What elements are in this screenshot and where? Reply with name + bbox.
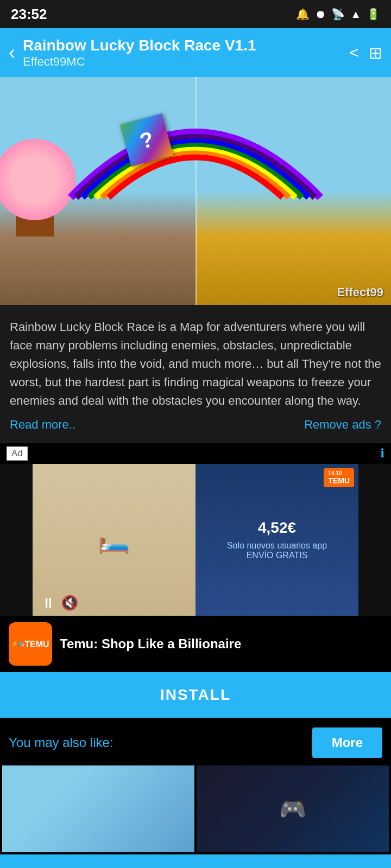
ad-shipping: Solo nuevos usuarios appENVÍO GRATIS	[227, 541, 327, 560]
temu-logo: ⚡🛍️ TEMU	[9, 622, 52, 666]
status-bar: 23:52 🔔 ⏺ 📡 ▲ 🔋	[0, 0, 391, 28]
remove-ads-link[interactable]: Remove ads ?	[304, 418, 381, 432]
bottom-install-bar: INSTALL	[0, 854, 391, 868]
notification-icon: 🔔	[296, 8, 310, 21]
description-block: Rainbow Lucky Block Race is a Map for ad…	[0, 305, 391, 443]
more-button[interactable]: More	[312, 727, 382, 758]
ad-badge-row: Ad ℹ	[0, 443, 391, 464]
thumbnails-row: 🎮	[0, 765, 391, 854]
grid-icon[interactable]: ⊞	[369, 43, 382, 62]
ad-advertiser-row: ⚡🛍️ TEMU Temu: Shop Like a Billionaire	[0, 616, 391, 672]
pixel-tree	[16, 182, 54, 237]
hero-watermark: Effect99	[337, 285, 383, 299]
battery-icon: 🔋	[367, 8, 380, 21]
status-time: 23:52	[11, 6, 47, 23]
app-header: ‹ Rainbow Lucky Block Race V1.1 Effect99…	[0, 28, 391, 77]
cast-icon: 📡	[331, 8, 345, 21]
header-title-block: Rainbow Lucky Block Race V1.1 Effect99MC	[23, 36, 342, 69]
temu-badge-corner: 14.10 TEMU	[324, 468, 354, 487]
back-button[interactable]: ‹	[9, 41, 15, 64]
description-text: Rainbow Lucky Block Race is a Map for ad…	[10, 318, 381, 410]
wifi-icon: ▲	[350, 8, 361, 21]
recording-icon: ⏺	[315, 8, 326, 21]
thumbnail-item-left[interactable]	[2, 765, 194, 852]
header-actions: < ⊞	[349, 43, 382, 62]
ad-mute-button[interactable]: 🔇	[61, 595, 78, 611]
read-more-link[interactable]: Read more..	[10, 418, 75, 432]
read-more-row: Read more.. Remove ads ?	[10, 418, 381, 434]
rainbow-arc	[59, 100, 332, 208]
share-icon[interactable]: <	[349, 43, 359, 62]
ad-pause-button[interactable]: ⏸	[41, 595, 55, 611]
hero-image: ? Effect99	[0, 77, 391, 305]
app-author: Effect99MC	[23, 55, 342, 69]
ad-price: 4,52€	[258, 519, 296, 537]
also-like-label: You may also like:	[9, 735, 113, 750]
ad-img-left: 🛏️	[33, 464, 195, 616]
ad-container: Ad ℹ 🛏️ 4,52€ Solo nuevos usuarios appEN…	[0, 443, 391, 672]
install-button[interactable]: INSTALL	[0, 672, 391, 718]
status-icons: 🔔 ⏺ 📡 ▲ 🔋	[296, 8, 380, 21]
ad-image-area[interactable]: 🛏️ 4,52€ Solo nuevos usuarios appENVÍO G…	[0, 464, 391, 616]
app-title: Rainbow Lucky Block Race V1.1	[23, 36, 342, 55]
also-like-row: You may also like: More	[0, 718, 391, 765]
ad-main-image: 🛏️ 4,52€ Solo nuevos usuarios appENVÍO G…	[33, 464, 358, 616]
ad-badge: Ad	[7, 446, 28, 461]
ad-controls: ⏸ 🔇	[41, 595, 78, 611]
ad-info-icon[interactable]: ℹ	[380, 446, 384, 461]
ad-advertiser-name: Temu: Shop Like a Billionaire	[60, 636, 241, 652]
thumbnail-item-right[interactable]: 🎮	[197, 765, 389, 852]
